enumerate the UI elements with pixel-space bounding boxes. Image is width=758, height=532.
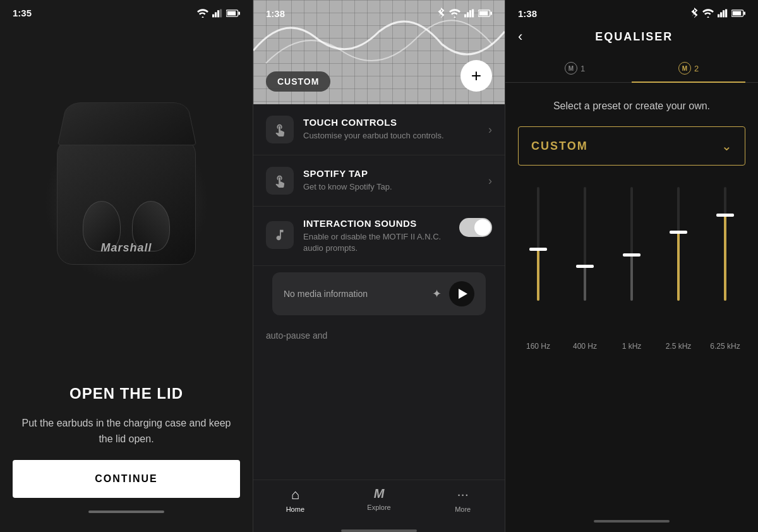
nav-explore-label: Explore: [367, 504, 390, 511]
svg-rect-2: [217, 10, 219, 17]
spotify-tap-item[interactable]: SPOTIFY TAP Get to know Spotify Tap. ›: [253, 155, 505, 207]
nav-more-label: More: [455, 505, 471, 513]
freq-label-1: 160 Hz: [515, 342, 562, 351]
freq-label-3: 1 kHz: [608, 342, 655, 351]
custom-badge: CUSTOM: [266, 71, 330, 92]
touch-icon: [273, 123, 287, 136]
status-time-3: 1:38: [518, 8, 537, 19]
svg-rect-15: [720, 12, 722, 17]
tab-m2-number: 2: [694, 64, 699, 73]
eq-band-5[interactable]: [724, 187, 726, 326]
auto-pause-text: auto-pause and: [253, 322, 505, 349]
media-play-button[interactable]: [449, 281, 474, 306]
media-player[interactable]: No media information ✦: [272, 272, 486, 315]
svg-rect-9: [469, 10, 471, 17]
eq-band-1[interactable]: [537, 187, 539, 326]
nav-more[interactable]: ··· More: [421, 487, 505, 513]
home-indicator-2: [253, 526, 505, 532]
svg-rect-10: [472, 9, 474, 18]
media-text: No media information: [284, 289, 424, 299]
svg-rect-14: [718, 15, 719, 18]
interaction-sounds-desc: Enable or disable the MOTIF II A.N.C. au…: [303, 231, 459, 254]
touch-controls-desc: Customise your earbud touch controls.: [303, 130, 488, 142]
custom-dropdown-label: CUSTOM: [531, 140, 588, 153]
interaction-sounds-toggle[interactable]: [459, 218, 492, 237]
equaliser-header: ‹ EQUALISER: [505, 19, 758, 54]
status-bar-1: 1:35: [0, 0, 253, 18]
play-icon: [459, 289, 467, 299]
touch-controls-item[interactable]: TOUCH CONTROLS Customise your earbud tou…: [253, 104, 505, 155]
signal-icon: [212, 9, 222, 18]
spotify-tap-icon: [266, 167, 294, 195]
touch-controls-title: TOUCH CONTROLS: [303, 117, 488, 128]
svg-rect-0: [212, 14, 214, 17]
wifi-icon-3: [702, 9, 714, 18]
eq-freq-labels: 160 Hz 400 Hz 1 kHz 2.5 kHz 6.25 kHz: [505, 336, 758, 357]
battery-icon: [226, 9, 240, 17]
svg-rect-6: [238, 11, 240, 15]
svg-rect-16: [723, 10, 725, 17]
status-time-1: 1:35: [13, 8, 32, 18]
equaliser-title: EQUALISER: [522, 30, 745, 44]
home-indicator-1: [88, 511, 164, 513]
touch-controls-text: TOUCH CONTROLS Customise your earbud tou…: [303, 117, 488, 142]
wifi-icon-2: [449, 9, 460, 18]
svg-rect-7: [464, 15, 466, 18]
status-icons-3: [690, 8, 745, 19]
svg-rect-12: [479, 11, 488, 16]
tab-m2-label: M 2: [632, 62, 745, 75]
status-time-2: 1:38: [266, 8, 285, 19]
status-icons-1: [197, 9, 240, 18]
spotify-tap-text: SPOTIFY TAP Get to know Spotify Tap.: [303, 168, 488, 193]
equaliser-tabs: M 1 M 2: [505, 54, 758, 83]
custom-dropdown[interactable]: CUSTOM ⌄: [518, 126, 745, 166]
battery-icon-3: [731, 9, 745, 17]
svg-rect-1: [215, 12, 217, 17]
eq-sliders: [505, 166, 758, 336]
media-player-container: No media information ✦: [253, 266, 505, 322]
eq-band-4[interactable]: [677, 187, 680, 326]
preset-text: Select a preset or create your own.: [505, 83, 758, 126]
freq-label-5: 6.25 kHz: [702, 342, 749, 351]
panel-equaliser: 1:38 ‹ EQUALISER: [505, 0, 758, 532]
interaction-sounds-item[interactable]: INTERACTION SOUNDS Enable or disable the…: [253, 207, 505, 266]
eq-band-2[interactable]: [584, 187, 586, 326]
panel-settings: 1:38: [253, 0, 505, 532]
eq-band-3[interactable]: [630, 187, 633, 326]
chevron-down-icon: ⌄: [721, 138, 732, 154]
wifi-icon: [197, 9, 208, 18]
earbuds-image: Marshall: [0, 18, 253, 385]
home-indicator-3: [505, 514, 758, 532]
svg-rect-5: [227, 11, 236, 15]
bottom-nav: ⌂ Home M Explore ··· More: [253, 480, 505, 526]
spotify-tap-desc: Get to know Spotify Tap.: [303, 181, 488, 193]
nav-home-label: Home: [286, 505, 304, 513]
marshall-logo: Marshall: [100, 241, 152, 255]
interaction-sounds-icon: [266, 221, 294, 249]
bt-icon-3: [690, 8, 699, 19]
nav-explore[interactable]: M Explore: [337, 487, 421, 513]
panel-open-lid: 1:35 Marshall: [0, 0, 253, 532]
status-bar-3: 1:38: [505, 0, 758, 19]
panel1-title: OPEN THE LID: [19, 385, 234, 402]
tab-m1[interactable]: M 1: [518, 54, 632, 82]
touch-controls-arrow: ›: [488, 123, 492, 136]
spotify-tap-title: SPOTIFY TAP: [303, 168, 488, 179]
interaction-sounds-text: INTERACTION SOUNDS Enable or disable the…: [303, 218, 459, 254]
svg-rect-20: [743, 11, 745, 15]
continue-button[interactable]: CONTINUE: [13, 460, 240, 498]
nav-home[interactable]: ⌂ Home: [253, 487, 337, 513]
status-bar-2: 1:38: [253, 0, 505, 19]
add-button[interactable]: +: [460, 60, 492, 92]
media-bt-icon: ✦: [432, 287, 442, 301]
back-button[interactable]: ‹: [518, 28, 522, 45]
earbuds-case: Marshall: [44, 119, 208, 284]
svg-rect-17: [725, 9, 727, 18]
panel1-subtitle: Put the earbuds in the charging case and…: [19, 415, 234, 447]
settings-list: TOUCH CONTROLS Customise your earbud tou…: [253, 104, 505, 480]
panel1-text-block: OPEN THE LID Put the earbuds in the char…: [0, 385, 253, 447]
tab-m2[interactable]: M 2: [632, 54, 745, 82]
tab-m1-label: M 1: [518, 62, 632, 75]
touch-controls-icon: [266, 116, 294, 143]
bt-icon-2: [436, 8, 445, 19]
